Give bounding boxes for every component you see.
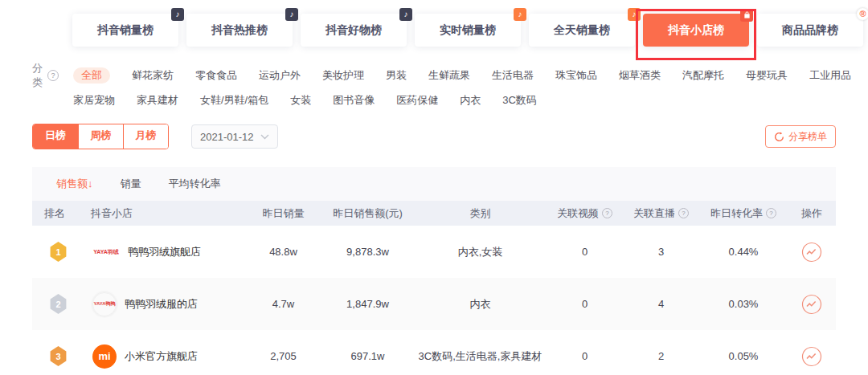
- category-item[interactable]: 女装: [290, 92, 311, 108]
- category-item[interactable]: 男装: [386, 67, 407, 84]
- tab-label: 抖音好物榜: [326, 23, 382, 38]
- shop-name[interactable]: 鸭鸭羽绒旗舰店: [128, 245, 201, 259]
- category-item[interactable]: 零食食品: [195, 67, 237, 84]
- category-filter-label: 分类 ?: [32, 67, 59, 84]
- shop-cell: YAYA鸭鸭 鸭鸭羽绒服的店: [84, 292, 245, 316]
- filter-label-text: 分类: [32, 61, 43, 90]
- douyin-note-icon: ♪: [285, 8, 298, 21]
- column-header: 类别: [414, 206, 547, 221]
- category-item[interactable]: 运动户外: [259, 67, 301, 84]
- date-value: 2021-01-12: [200, 131, 254, 143]
- sales-cell: 4.7w: [245, 298, 321, 310]
- ranking-type-tab[interactable]: 抖音销量榜 ♪: [72, 14, 178, 47]
- rank-medal-icon: 3: [50, 346, 68, 366]
- ranking-type-tab[interactable]: 抖音好物榜 ♪: [301, 14, 407, 47]
- shop-cell: mi 小米官方旗舰店: [84, 344, 245, 369]
- lives-cell: 3: [623, 246, 699, 258]
- sales-cell: 48.8w: [245, 246, 321, 258]
- douyin-note-icon: ♪: [628, 8, 641, 21]
- conversion-cell: 0.44%: [699, 246, 788, 258]
- column-header: 昨日销量: [245, 206, 321, 221]
- category-item[interactable]: 医药保健: [396, 92, 438, 108]
- period-tab[interactable]: 日榜: [33, 124, 78, 149]
- lives-cell: 4: [623, 298, 699, 310]
- date-picker[interactable]: 2021-01-12: [191, 124, 278, 149]
- trend-chart-button[interactable]: [801, 294, 822, 315]
- tab-label: 抖音小店榜: [668, 23, 724, 38]
- ranking-type-tab[interactable]: 抖音热推榜 ♪: [186, 14, 293, 47]
- douyin-note-icon: ♪: [399, 8, 412, 21]
- ranking-panel: 销售额↓销量平均转化率 排名抖音小店昨日销量昨日销售额(元)类别关联视频?关联直…: [32, 167, 836, 375]
- column-header: 昨日销售额(元): [321, 206, 414, 221]
- sales-cell: 2,705: [245, 350, 321, 362]
- sort-tab-row: 销售额↓销量平均转化率: [32, 167, 836, 201]
- category-item[interactable]: 家具建材: [137, 92, 178, 108]
- action-cell: [788, 346, 836, 367]
- category-cell: 内衣: [414, 297, 547, 312]
- help-icon[interactable]: ?: [602, 208, 612, 218]
- help-icon[interactable]: ?: [766, 208, 776, 218]
- category-line-2: 家居宠物家具建材女鞋/男鞋/箱包女装图书音像医药保健内衣3C数码: [73, 92, 851, 108]
- category-item[interactable]: 母婴玩具: [746, 67, 788, 84]
- ranking-type-tab[interactable]: 抖音小店榜: [643, 14, 749, 47]
- column-header: 关联直播?: [623, 206, 699, 221]
- shop-name[interactable]: 鸭鸭羽绒服的店: [125, 297, 198, 312]
- registered-brand-icon: ®: [857, 8, 868, 20]
- share-ranking-button[interactable]: 分享榜单: [765, 125, 836, 148]
- trend-chart-button[interactable]: [801, 346, 822, 367]
- videos-cell: 0: [547, 246, 623, 258]
- ranking-type-tab[interactable]: 实时销量榜 ♪: [415, 14, 521, 47]
- period-tab-group: 日榜周榜月榜: [32, 124, 169, 149]
- category-cell: 3C数码,生活电器,家具建材: [414, 349, 547, 364]
- chevron-down-icon: [260, 134, 269, 140]
- tab-label: 全天销量榜: [554, 23, 610, 38]
- category-item[interactable]: 生活电器: [492, 67, 534, 84]
- shop-bag-icon: [740, 9, 753, 22]
- sort-tab[interactable]: 平均转化率: [169, 177, 221, 191]
- amount-cell: 1,847.9w: [321, 298, 414, 310]
- help-icon[interactable]: ?: [47, 70, 59, 81]
- category-item[interactable]: 汽配摩托: [682, 67, 724, 84]
- category-item[interactable]: 工业用品: [809, 67, 851, 84]
- sort-tab[interactable]: 销售额↓: [56, 177, 93, 191]
- category-item[interactable]: 鲜花家纺: [132, 67, 174, 84]
- category-item[interactable]: 烟草酒类: [619, 67, 661, 84]
- rank-cell: 2: [32, 294, 84, 314]
- action-cell: [788, 294, 836, 315]
- period-tab[interactable]: 月榜: [123, 124, 168, 149]
- shop-name[interactable]: 小米官方旗舰店: [125, 349, 198, 364]
- shop-logo: YAYA鸭鸭: [92, 292, 117, 316]
- category-item[interactable]: 图书音像: [333, 92, 375, 108]
- table-row[interactable]: 1 YAYA羽绒 鸭鸭羽绒旗舰店 48.8w 9,878.3w 内衣,女装 0 …: [32, 226, 836, 278]
- rank-medal-icon: 2: [50, 294, 68, 314]
- rank-cell: 3: [32, 346, 84, 366]
- table-row[interactable]: 3 mi 小米官方旗舰店 2,705 697.1w 3C数码,生活电器,家具建材…: [32, 330, 836, 375]
- category-item[interactable]: 全部: [73, 67, 110, 84]
- column-header: 操作: [788, 206, 836, 221]
- category-item[interactable]: 美妆护理: [322, 67, 364, 84]
- ranking-type-tab[interactable]: 商品品牌榜 ®: [757, 14, 863, 47]
- trend-chart-button[interactable]: [801, 242, 822, 263]
- ranking-type-tab[interactable]: 全天销量榜 ♪: [529, 14, 635, 47]
- videos-cell: 0: [547, 298, 623, 310]
- category-item[interactable]: 生鲜蔬果: [428, 67, 470, 84]
- lives-cell: 2: [623, 350, 699, 362]
- videos-cell: 0: [547, 350, 623, 362]
- category-item[interactable]: 家居宠物: [73, 92, 115, 108]
- category-item[interactable]: 3C数码: [502, 92, 537, 108]
- table-row[interactable]: 2 YAYA鸭鸭 鸭鸭羽绒服的店 4.7w 1,847.9w 内衣 0 4 0.…: [32, 278, 836, 330]
- douyin-note-icon: ♪: [514, 8, 526, 21]
- ranking-type-tabbar: 抖音销量榜 ♪ 抖音热推榜 ♪ 抖音好物榜 ♪ 实时销量榜 ♪ 全天销量榜 ♪ …: [72, 14, 863, 47]
- sort-tab[interactable]: 销量: [121, 177, 141, 191]
- conversion-cell: 0.03%: [699, 298, 788, 310]
- help-icon[interactable]: ?: [678, 208, 689, 218]
- category-item[interactable]: 女鞋/男鞋/箱包: [200, 92, 268, 108]
- shop-logo: YAYA羽绒: [92, 248, 120, 256]
- category-item[interactable]: 珠宝饰品: [555, 67, 597, 84]
- period-tab[interactable]: 周榜: [78, 124, 123, 149]
- amount-cell: 9,878.3w: [321, 246, 414, 258]
- category-cell: 内衣,女装: [414, 245, 547, 259]
- tab-label: 实时销量榜: [440, 23, 496, 38]
- rank-medal-icon: 1: [50, 242, 68, 262]
- category-item[interactable]: 内衣: [460, 92, 481, 108]
